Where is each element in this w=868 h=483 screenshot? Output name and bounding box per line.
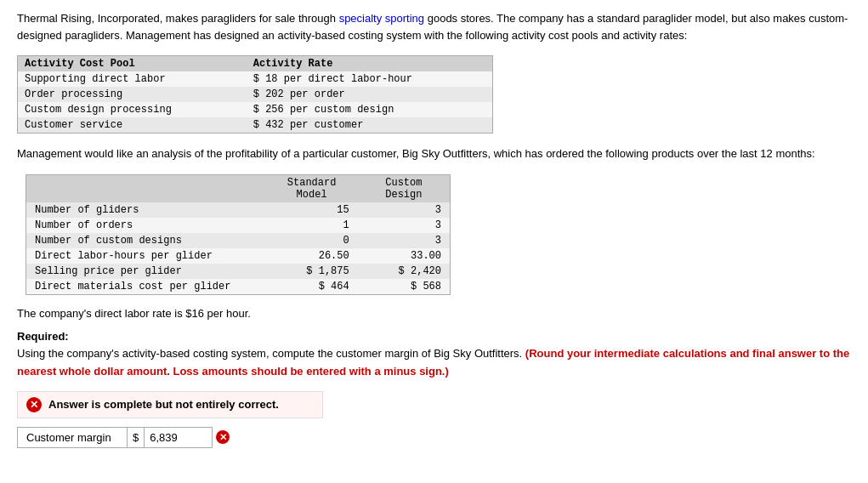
- answer-banner-text: Answer is complete but not entirely corr…: [48, 398, 279, 411]
- activity-pool-header: Activity Cost Pool: [18, 56, 247, 71]
- required-section: Required: Using the company's activity-b…: [17, 328, 851, 381]
- customer-margin-label: Customer margin: [17, 427, 128, 448]
- row-dm-cost-label: Direct materials cost per glider: [26, 279, 265, 294]
- activity-pool-3: Custom design processing: [18, 102, 247, 117]
- activity-rate-header: Activity Rate: [247, 56, 492, 71]
- row-dlh-custom: 33.00: [358, 248, 450, 264]
- row-orders-standard: 1: [265, 218, 357, 233]
- activity-pool-2: Order processing: [18, 87, 247, 102]
- activity-pool-1: Supporting direct labor: [18, 71, 247, 87]
- required-text: Using the company's activity-based costi…: [17, 347, 522, 360]
- row-dm-cost-custom: $ 568: [358, 279, 450, 294]
- activity-pool-4: Customer service: [18, 117, 247, 133]
- answer-banner: ✕ Answer is complete but not entirely co…: [17, 391, 323, 418]
- row-custom-designs-standard: 0: [265, 233, 357, 248]
- activity-cost-table: Activity Cost Pool Activity Rate Support…: [17, 55, 493, 134]
- products-col2-header: StandardModel: [265, 175, 357, 202]
- row-orders-custom: 3: [358, 218, 450, 233]
- row-orders-label: Number of orders: [26, 218, 265, 233]
- row-custom-designs-custom: 3: [358, 233, 450, 248]
- intro-paragraph: Thermal Rising, Incorporated, makes para…: [17, 10, 851, 43]
- row-dlh-label: Direct labor-hours per glider: [26, 248, 265, 264]
- customer-margin-input[interactable]: [145, 427, 213, 448]
- products-table: StandardModel CustomDesign Number of gli…: [26, 174, 451, 295]
- row-gliders-standard: 15: [265, 202, 357, 218]
- clear-icon[interactable]: ✕: [216, 430, 230, 444]
- direct-labor-text: The company's direct labor rate is $16 p…: [17, 307, 851, 320]
- row-selling-price-custom: $ 2,420: [358, 264, 450, 279]
- row-dm-cost-standard: $ 464: [265, 279, 357, 294]
- customer-margin-dollar: $: [128, 427, 145, 448]
- row-dlh-standard: 26.50: [265, 248, 357, 264]
- row-selling-price-label: Selling price per glider: [26, 264, 265, 279]
- row-gliders-custom: 3: [358, 202, 450, 218]
- products-col1-header: [26, 175, 265, 202]
- products-col3-header: CustomDesign: [358, 175, 450, 202]
- row-selling-price-standard: $ 1,875: [265, 264, 357, 279]
- activity-rate-4: $ 432 per customer: [247, 117, 492, 133]
- row-custom-designs-label: Number of custom designs: [26, 233, 265, 248]
- row-gliders-label: Number of gliders: [26, 202, 265, 218]
- activity-rate-1: $ 18 per direct labor-hour: [247, 71, 492, 87]
- error-icon: ✕: [26, 397, 42, 412]
- activity-rate-2: $ 202 per order: [247, 87, 492, 102]
- analysis-text: Management would like an analysis of the…: [17, 145, 851, 162]
- activity-rate-3: $ 256 per custom design: [247, 102, 492, 117]
- customer-margin-row: Customer margin $ ✕: [17, 427, 851, 448]
- required-label: Required:: [17, 330, 69, 343]
